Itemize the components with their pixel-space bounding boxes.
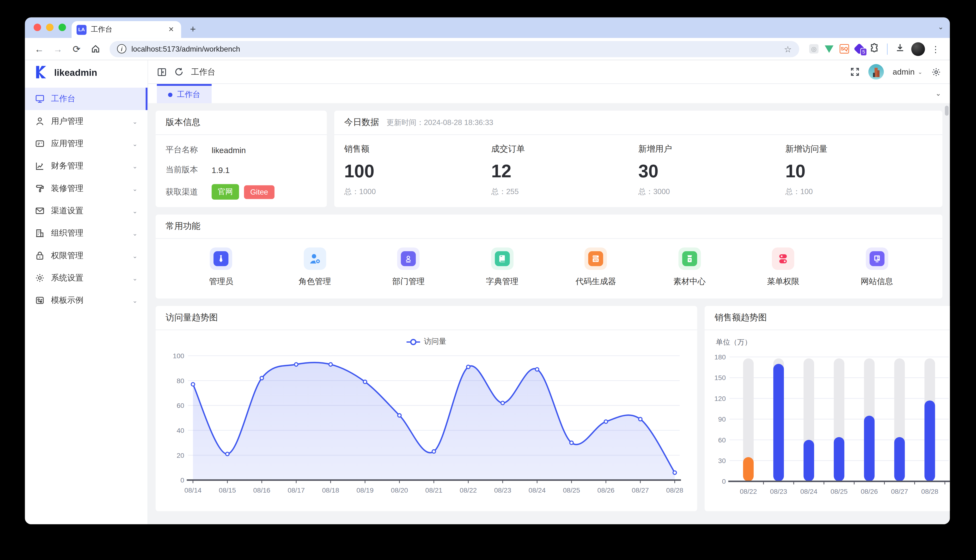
- update-time: 更新时间：2024-08-28 18:36:33: [387, 117, 493, 128]
- vue-devtools-icon[interactable]: [825, 45, 833, 53]
- minimize-window-button[interactable]: [46, 23, 53, 31]
- chevron-down-icon: ⌄: [132, 252, 138, 259]
- official-site-button[interactable]: 官网: [212, 184, 239, 200]
- reload-icon[interactable]: ⟳: [69, 41, 85, 57]
- svg-text:08/16: 08/16: [253, 486, 270, 494]
- svg-text:08/26: 08/26: [861, 488, 878, 495]
- monitor-icon: [35, 94, 45, 103]
- feature-menu-permissions[interactable]: 菜单权限: [736, 248, 830, 287]
- collapse-sidebar-icon[interactable]: [157, 67, 167, 77]
- username-dropdown[interactable]: admin ⌄: [892, 67, 923, 77]
- home-icon[interactable]: [87, 41, 103, 57]
- chevron-down-icon: ⌄: [132, 163, 138, 170]
- react-devtools-icon[interactable]: ◎: [809, 44, 819, 53]
- legend-label: 访问量: [424, 337, 446, 347]
- svg-text:08/27: 08/27: [891, 488, 908, 495]
- browser-menu-kebab-icon[interactable]: ⋮: [931, 44, 940, 54]
- download-icon[interactable]: [895, 43, 905, 55]
- feature-website-info[interactable]: 网站信息: [830, 248, 924, 287]
- sidebar-item-organization[interactable]: 组织管理 ⌄: [25, 222, 148, 244]
- finance-chart-icon: [35, 161, 45, 171]
- sidebar-item-permissions[interactable]: 权限管理 ⌄: [25, 245, 148, 267]
- platform-name-row: 平台名称 likeadmin: [155, 140, 327, 160]
- tab-close-icon[interactable]: ✕: [166, 25, 176, 34]
- main-column: 工作台 admin ⌄: [148, 60, 950, 524]
- sq-extension-icon[interactable]: SQ: [840, 44, 849, 53]
- site-info-icon[interactable]: i: [117, 44, 126, 53]
- feature-departments[interactable]: 部门管理: [362, 248, 455, 287]
- material-center-icon: [682, 251, 697, 266]
- content-scrollbar[interactable]: [945, 106, 949, 116]
- svg-text:08/26: 08/26: [597, 486, 614, 494]
- sidebar-item-apps[interactable]: 应用管理 ⌄: [25, 132, 148, 155]
- svg-text:08/22: 08/22: [460, 486, 477, 494]
- sales-trend-title: 销售额趋势图: [705, 306, 950, 330]
- chevron-down-icon: ⌄: [132, 297, 138, 304]
- tabs-overflow-chevron-icon[interactable]: ⌄: [936, 90, 941, 98]
- sidebar-item-label: 财务管理: [51, 160, 84, 172]
- fullscreen-icon[interactable]: [851, 67, 860, 77]
- back-icon[interactable]: ←: [31, 41, 47, 57]
- channel-row: 获取渠道 官网 Gitee: [155, 180, 327, 204]
- browser-toolbar: ← → ⟳ i localhost:5173/admin/workbench ☆…: [25, 38, 950, 60]
- stat-sales: 销售额 100 总：1000: [344, 144, 491, 197]
- app-logo-text: likeadmin: [54, 67, 97, 77]
- forward-icon[interactable]: →: [50, 41, 66, 57]
- sidebar-item-templates[interactable]: 模板示例 ⌄: [25, 289, 148, 312]
- today-card-title: 今日数据: [344, 117, 379, 128]
- dictionary-book-icon: [495, 251, 510, 266]
- gitee-button[interactable]: Gitee: [244, 185, 274, 199]
- sidebar-item-channel[interactable]: 渠道设置 ⌄: [25, 200, 148, 222]
- svg-text:0: 0: [722, 477, 726, 485]
- code-generator-icon: [588, 251, 603, 266]
- url-bar[interactable]: i localhost:5173/admin/workbench ☆: [110, 41, 799, 57]
- zoom-window-button[interactable]: [58, 23, 66, 31]
- sidebar-item-settings[interactable]: 系统设置 ⌄: [25, 267, 148, 289]
- sidebar-item-label: 装修管理: [51, 183, 84, 194]
- feature-roles[interactable]: 角色管理: [268, 248, 362, 287]
- close-window-button[interactable]: [33, 23, 41, 31]
- svg-text:08/24: 08/24: [528, 486, 546, 494]
- settings-gear-icon[interactable]: [931, 67, 941, 77]
- sidebar-item-users[interactable]: 用户管理 ⌄: [25, 110, 148, 132]
- sidebar-item-workbench[interactable]: 工作台: [25, 88, 148, 110]
- refresh-icon[interactable]: [174, 67, 184, 77]
- page-tab-workbench[interactable]: 工作台: [157, 84, 212, 103]
- bookmark-star-icon[interactable]: ☆: [784, 44, 792, 54]
- tab-search-chevron-icon[interactable]: ⌄: [938, 23, 944, 31]
- user-avatar[interactable]: [868, 64, 884, 80]
- paint-roller-icon: [35, 183, 45, 193]
- svg-text:60: 60: [177, 402, 184, 409]
- visits-trend-card: 访问量趋势图 访问量 02040608010008/1408/1508/1608…: [155, 306, 697, 511]
- sidebar-item-decorate[interactable]: 装修管理 ⌄: [25, 177, 148, 200]
- new-tab-button[interactable]: +: [185, 21, 201, 37]
- feature-admin[interactable]: 管理员: [174, 248, 268, 287]
- likeadmin-logo-icon: [33, 65, 48, 80]
- app-body: likeadmin 工作台 用户管理 ⌄ 应用管理 ⌄: [25, 60, 950, 524]
- url-text: localhost:5173/admin/workbench: [131, 44, 240, 53]
- browser-profile-avatar[interactable]: [911, 42, 925, 56]
- feature-codegen[interactable]: 代码生成器: [549, 248, 643, 287]
- extension-badge-icon[interactable]: 5: [855, 45, 863, 53]
- feature-materials[interactable]: 素材中心: [643, 248, 736, 287]
- app-window-icon: [35, 139, 45, 148]
- browser-tab[interactable]: LA 工作台 ✕: [72, 21, 181, 38]
- svg-text:180: 180: [714, 353, 726, 361]
- screen: LA 工作台 ✕ + ⌄ ← → ⟳ i localhost:5173/admi…: [0, 0, 976, 560]
- svg-text:120: 120: [714, 395, 726, 402]
- version-info-card: 版本信息 平台名称 likeadmin 当前版本 1.9.1: [155, 111, 327, 207]
- svg-text:100: 100: [173, 352, 184, 360]
- feature-dictionary[interactable]: 字典管理: [455, 248, 549, 287]
- mail-icon: [35, 206, 45, 216]
- tab-favicon: LA: [77, 25, 87, 34]
- sidebar-item-label: 工作台: [51, 93, 75, 105]
- app-logo[interactable]: likeadmin: [25, 60, 148, 84]
- chart-legend[interactable]: 访问量: [155, 337, 697, 347]
- stat-new-visits: 新增访问量 10 总：100: [785, 144, 932, 197]
- unit-label: 单位（万）: [705, 330, 950, 347]
- page-tabs-bar: 工作台 ⌄: [148, 84, 950, 103]
- extensions-puzzle-icon[interactable]: [870, 43, 879, 55]
- svg-text:08/25: 08/25: [831, 488, 847, 495]
- sidebar-item-finance[interactable]: 财务管理 ⌄: [25, 155, 148, 177]
- website-info-icon: [869, 251, 884, 266]
